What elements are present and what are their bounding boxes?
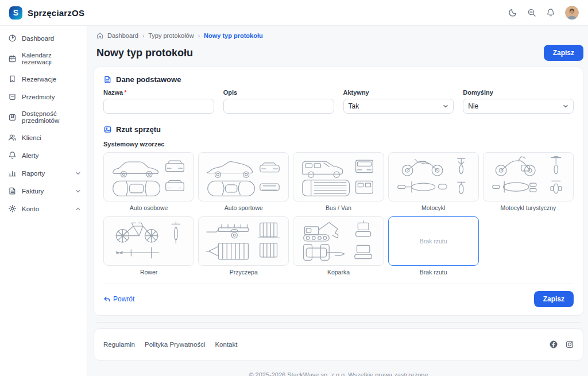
sidebar-item-raporty[interactable]: Raporty xyxy=(0,164,87,182)
vehicle-sketch-sedan xyxy=(103,152,194,201)
vehicle-sketch-sports-car xyxy=(198,152,289,201)
home-icon[interactable] xyxy=(96,32,103,39)
moon-icon[interactable] xyxy=(508,8,517,17)
sidebar-item-label: Raporty xyxy=(22,170,45,177)
section-title: Dane podstawowe xyxy=(116,75,181,84)
field-label: Nazwa* xyxy=(103,89,214,96)
chevron-down-icon xyxy=(563,103,568,109)
template-card-auto-sportowe[interactable]: Auto sportowe xyxy=(198,152,289,211)
empty-sketch-placeholder: Brak rzutu xyxy=(388,216,479,266)
sidebar-item-label: Konto xyxy=(22,206,39,212)
sidebar-item-label: Alerty xyxy=(22,152,38,159)
app-name: SprzęciarzOS xyxy=(28,8,84,18)
empty-sketch-text: Brak rzutu xyxy=(420,238,447,245)
bell-icon[interactable] xyxy=(546,8,555,17)
brand[interactable]: S SprzęciarzOS xyxy=(9,6,84,20)
breadcrumb-item-dashboard[interactable]: Dashboard xyxy=(107,32,138,39)
template-card-bus-van[interactable]: Bus / Van xyxy=(293,152,384,211)
template-card-przyczepa[interactable]: Przyczepa xyxy=(198,216,289,276)
chevron-down-icon xyxy=(75,188,81,194)
required-mark: * xyxy=(124,89,126,96)
footer-link-polityka[interactable]: Polityka Prywatności xyxy=(145,341,205,348)
system-template-label: Systemowy wzorzec xyxy=(103,141,574,148)
save-button-bottom[interactable]: Zapisz xyxy=(534,291,574,307)
chevron-down-icon xyxy=(443,103,448,109)
footer-link-kontakt[interactable]: Kontakt xyxy=(215,341,237,348)
form-card: Dane podstawowe Nazwa* Opis Aktywny Tak xyxy=(94,67,583,316)
bar-chart-icon xyxy=(8,169,17,177)
breadcrumb-item-typy-protokolow[interactable]: Typy protokołów xyxy=(148,32,194,39)
template-card-auto-osobowe[interactable]: Auto osobowe xyxy=(103,152,194,211)
back-link-label: Powrót xyxy=(113,295,134,303)
copyright-text: © 2025-2026 StackWave sp. z o.o. Wszelki… xyxy=(94,371,583,376)
field-opis: Opis xyxy=(223,89,334,114)
domyslny-select[interactable]: Nie xyxy=(463,99,574,114)
vehicle-sketch-trailer xyxy=(198,216,289,266)
topbar: S SprzęciarzOS xyxy=(0,0,588,26)
pie-chart-icon xyxy=(8,34,17,42)
book-bookmark-icon xyxy=(8,113,17,122)
template-label: Koparka xyxy=(293,269,384,276)
chevron-up-icon xyxy=(75,206,81,212)
document-icon xyxy=(103,75,112,84)
template-card-rower[interactable]: Rower xyxy=(103,216,194,276)
sidebar-item-label: Rezerwacje xyxy=(22,76,56,83)
sidebar-item-label: Dostępność przedmiotów xyxy=(22,110,81,124)
field-nazwa: Nazwa* xyxy=(103,89,214,114)
template-card-koparka[interactable]: Koparka xyxy=(293,216,384,276)
facebook-icon[interactable] xyxy=(550,340,558,348)
user-avatar[interactable] xyxy=(565,6,579,20)
sidebar-item-label: Faktury xyxy=(22,188,44,195)
sidebar-item-label: Przedmioty xyxy=(22,94,55,100)
sidebar-item-kalendarz-rezerwacji[interactable]: Kalendarz rezerwacji xyxy=(0,47,87,70)
field-label: Opis xyxy=(223,89,334,96)
footer-link-regulamin[interactable]: Regulamin xyxy=(103,341,135,348)
template-label: Rower xyxy=(103,269,194,276)
template-label: Motocykl xyxy=(388,204,479,211)
instagram-icon[interactable] xyxy=(566,340,574,348)
aktywny-select[interactable]: Tak xyxy=(343,99,454,114)
section-basic-data: Dane podstawowe xyxy=(103,75,574,84)
template-label: Auto osobowe xyxy=(103,204,194,211)
field-label: Domyślny xyxy=(463,89,574,96)
magnifier-minus-icon[interactable] xyxy=(527,8,536,17)
sidebar: Dashboard Kalendarz rezerwacji Rezerwacj… xyxy=(0,26,87,376)
template-label: Przyczepa xyxy=(198,269,289,276)
content-separator xyxy=(96,322,581,323)
template-card-motocykl[interactable]: Motocykl xyxy=(388,152,479,211)
save-button-top[interactable]: Zapisz xyxy=(544,45,583,61)
sidebar-item-dashboard[interactable]: Dashboard xyxy=(0,29,87,47)
users-icon xyxy=(8,133,17,142)
opis-input[interactable] xyxy=(223,99,334,114)
template-card-motocykl-turystyczny[interactable]: Motocykl turystyczny xyxy=(483,152,574,211)
template-card-brak-rzutu[interactable]: Brak rzutu Brak rzutu xyxy=(388,216,479,276)
sidebar-item-dostepnosc-przedmiotow[interactable]: Dostępność przedmiotów xyxy=(0,106,87,129)
card-divider xyxy=(103,284,574,284)
archive-box-icon xyxy=(8,92,17,101)
image-icon xyxy=(103,125,112,134)
template-grid: Auto osobowe Auto sportowe xyxy=(103,152,574,276)
return-arrow-icon xyxy=(103,296,110,303)
footer-links: Regulamin Polityka Prywatności Kontakt xyxy=(103,341,237,348)
breadcrumb-item-current: Nowy typ protokołu xyxy=(204,32,263,39)
back-link[interactable]: Powrót xyxy=(103,295,134,303)
sidebar-item-rezerwacje[interactable]: Rezerwacje xyxy=(0,70,87,88)
vehicle-sketch-bicycle xyxy=(103,216,194,266)
bell-icon xyxy=(8,151,17,160)
sidebar-item-przedmioty[interactable]: Przedmioty xyxy=(0,88,87,106)
sidebar-item-faktury[interactable]: Faktury xyxy=(0,182,87,200)
sidebar-item-konto[interactable]: Konto xyxy=(0,200,87,218)
nazwa-input[interactable] xyxy=(103,99,214,114)
topbar-actions xyxy=(508,6,579,20)
vehicle-sketch-motorcycle xyxy=(388,152,479,201)
sidebar-item-klienci[interactable]: Klienci xyxy=(0,129,87,146)
template-label: Brak rzutu xyxy=(388,269,479,276)
vehicle-sketch-excavator xyxy=(293,216,384,266)
page-title: Nowy typ protokołu xyxy=(96,47,193,59)
sidebar-item-alerty[interactable]: Alerty xyxy=(0,146,87,164)
app-logo: S xyxy=(9,6,22,20)
vehicle-sketch-touring-motorcycle xyxy=(483,152,574,201)
template-label: Bus / Van xyxy=(293,204,384,211)
field-aktywny: Aktywny Tak xyxy=(343,89,454,114)
sidebar-item-label: Kalendarz rezerwacji xyxy=(22,52,81,65)
